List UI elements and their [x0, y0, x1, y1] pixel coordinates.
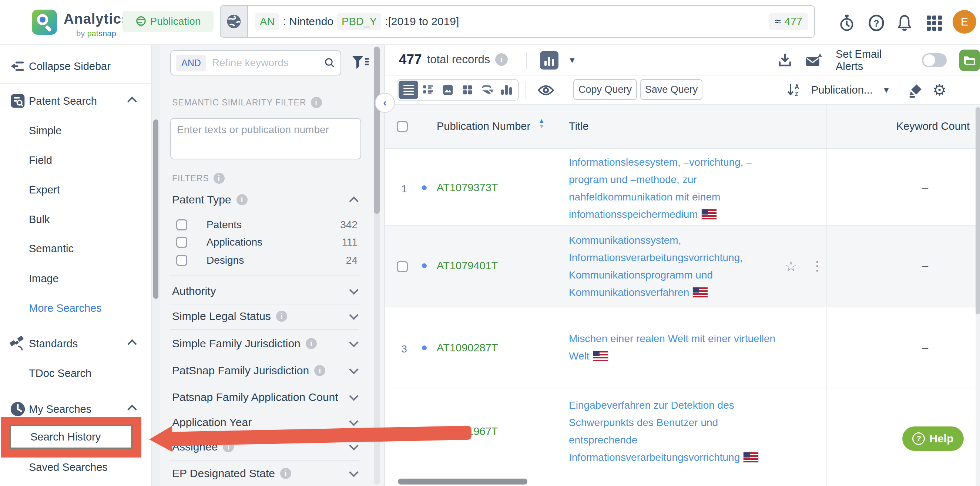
- export-download-icon[interactable]: [777, 52, 793, 68]
- horizontal-scrollbar-thumb[interactable]: [398, 479, 527, 484]
- notifications-bell-icon[interactable]: [896, 14, 913, 32]
- database-selector-button[interactable]: Publication: [123, 11, 213, 32]
- email-alert-icon[interactable]: [805, 53, 823, 68]
- refine-keywords-input[interactable]: AND Refine keywords: [170, 50, 341, 75]
- sidebar-item-more-searches[interactable]: More Searches: [0, 298, 152, 318]
- email-alerts-toggle[interactable]: [922, 53, 946, 67]
- filter-scrollbar-thumb[interactable]: [374, 47, 380, 214]
- and-operator-chip[interactable]: AND: [176, 55, 206, 71]
- settings-gear-icon[interactable]: ⚙: [932, 83, 947, 98]
- chevron-down-icon[interactable]: [349, 310, 358, 319]
- row-checkbox[interactable]: [397, 261, 408, 272]
- checkbox[interactable]: [176, 237, 187, 248]
- sidebar-item-image[interactable]: Image: [0, 268, 152, 289]
- filter-section-simple-family-jurisdiction[interactable]: Simple Family Jurisdiction i: [172, 334, 364, 354]
- apps-grid-icon[interactable]: [925, 14, 943, 32]
- publication-number-link[interactable]: AT1091967T: [437, 425, 498, 438]
- info-icon[interactable]: i: [223, 441, 234, 452]
- view-compact-button[interactable]: [477, 81, 497, 99]
- filter-section-patsnap-family-application-count[interactable]: Patsnap Family Application Count: [172, 387, 364, 407]
- filter-section-application-year[interactable]: Application Year: [172, 412, 364, 432]
- chevron-up-icon[interactable]: [129, 95, 135, 107]
- info-icon[interactable]: i: [280, 468, 291, 479]
- collapse-sidebar-button[interactable]: Collapse Sidebar: [0, 56, 152, 76]
- chevron-up-icon[interactable]: [349, 196, 358, 206]
- filter-section-patent-type[interactable]: Patent Type i: [172, 190, 364, 210]
- checkbox[interactable]: [176, 255, 187, 266]
- help-button[interactable]: ? Help: [902, 426, 964, 451]
- sidebar-item-expert[interactable]: Expert: [0, 179, 152, 200]
- info-icon[interactable]: i: [276, 311, 287, 322]
- copy-query-button[interactable]: Copy Query: [573, 79, 637, 100]
- patent-title-link[interactable]: Eingabeverfahren zur Detektion des Schwe…: [569, 397, 787, 466]
- more-options-kebab-icon[interactable]: ⋮: [810, 258, 824, 274]
- help-circle-icon[interactable]: ?: [867, 14, 885, 32]
- analysis-chart-button[interactable]: [540, 51, 558, 70]
- info-icon[interactable]: i: [237, 194, 248, 205]
- filter-section-authority[interactable]: Authority: [172, 281, 364, 301]
- sidebar-item-saved-searches[interactable]: Saved Searches: [0, 457, 152, 478]
- save-to-workspace-button[interactable]: [959, 49, 980, 71]
- sidebar-item-simple[interactable]: Simple: [0, 120, 152, 141]
- column-sort-icon[interactable]: ▲▼: [538, 118, 545, 129]
- chevron-down-icon[interactable]: [349, 338, 358, 347]
- chevron-down-icon[interactable]: [349, 416, 358, 426]
- sidebar-scrollbar-thumb[interactable]: [153, 119, 158, 299]
- patent-title-link[interactable]: Kommunikationssystem, Informationsverarb…: [569, 232, 787, 301]
- user-avatar[interactable]: E: [953, 10, 976, 34]
- sidebar-group-my-searches[interactable]: My Searches: [0, 399, 152, 419]
- sidebar-group-standards[interactable]: Standards: [0, 333, 152, 354]
- table-row[interactable]: 1 AT1079373T Informationslesesystem, –vo…: [385, 149, 980, 226]
- publication-number-link[interactable]: AT1079401T: [437, 260, 498, 272]
- publication-number-link[interactable]: AT1079373T: [437, 182, 498, 194]
- query-field-chip[interactable]: AN: [255, 13, 279, 30]
- chart-dropdown-caret[interactable]: ▼: [568, 56, 576, 65]
- filter-option-designs[interactable]: Designs 24: [176, 252, 361, 268]
- sidebar-item-tdoc-search[interactable]: TDoc Search: [0, 363, 152, 384]
- view-grid-button[interactable]: [457, 81, 477, 99]
- patent-title-link[interactable]: Informationslesesystem, –vorrichtung, –p…: [569, 154, 787, 223]
- table-row[interactable]: AT1079401T Kommunikationssystem, Informa…: [385, 226, 980, 307]
- save-query-button[interactable]: Save Query: [640, 79, 702, 100]
- select-all-checkbox[interactable]: [397, 121, 408, 132]
- sidebar-group-patent-search[interactable]: Patent Search: [0, 91, 152, 111]
- sidebar-item-semantic[interactable]: Semantic: [0, 238, 152, 259]
- search-scope-globe[interactable]: [221, 6, 248, 37]
- filter-section-patsnap-family-jurisdiction[interactable]: PatSnap Family Jurisdiction i: [172, 361, 364, 381]
- vertical-scrollbar-thumb[interactable]: [975, 107, 980, 314]
- info-icon[interactable]: i: [311, 97, 322, 108]
- chevron-down-icon[interactable]: [349, 391, 358, 400]
- search-query-input[interactable]: AN : Nintendo PBD_Y :[2019 to 2019] ≈ 47…: [248, 6, 814, 37]
- info-icon[interactable]: i: [306, 338, 317, 349]
- view-detail-list-button[interactable]: [418, 81, 438, 99]
- favorite-star-icon[interactable]: ☆: [784, 258, 797, 275]
- filter-option-patents[interactable]: Patents 342: [176, 217, 361, 233]
- history-timer-icon[interactable]: [838, 14, 856, 32]
- view-chart-button[interactable]: [497, 81, 516, 99]
- semantic-similarity-input[interactable]: Enter texts or publication number: [170, 118, 361, 159]
- column-header-publication-number[interactable]: Publication Number: [437, 120, 530, 132]
- sidebar-item-search-history[interactable]: Search History: [10, 425, 132, 449]
- query-field-chip-2[interactable]: PBD_Y: [337, 13, 381, 30]
- checkbox[interactable]: [176, 219, 187, 230]
- search-bar[interactable]: AN : Nintendo PBD_Y :[2019 to 2019] ≈ 47…: [220, 5, 815, 38]
- chevron-up-icon[interactable]: [129, 338, 135, 350]
- collapse-filter-panel-button[interactable]: ‹: [375, 93, 395, 113]
- filter-section-assignee[interactable]: Assignee i: [172, 437, 364, 457]
- search-icon[interactable]: [324, 57, 335, 68]
- chevron-down-icon[interactable]: [349, 365, 358, 374]
- column-header-title[interactable]: Title: [569, 120, 589, 132]
- info-icon[interactable]: i: [495, 53, 508, 66]
- preview-eye-icon[interactable]: [538, 84, 554, 96]
- filter-option-applications[interactable]: Applications 111: [176, 234, 361, 250]
- chevron-down-icon[interactable]: [349, 285, 358, 294]
- chevron-up-icon[interactable]: [129, 403, 135, 415]
- patent-title-link[interactable]: Mischen einer realen Welt mit einer virt…: [569, 330, 787, 365]
- info-icon[interactable]: i: [213, 173, 224, 184]
- filter-section-simple-legal-status[interactable]: Simple Legal Status i: [172, 306, 364, 326]
- sort-az-icon[interactable]: AZ: [787, 83, 802, 98]
- highlight-pen-icon[interactable]: [908, 83, 923, 98]
- table-row[interactable]: 3 AT1090287T Mischen einer realen Welt m…: [385, 307, 980, 388]
- chevron-down-icon[interactable]: [349, 467, 358, 477]
- sidebar-item-bulk[interactable]: Bulk: [0, 209, 152, 230]
